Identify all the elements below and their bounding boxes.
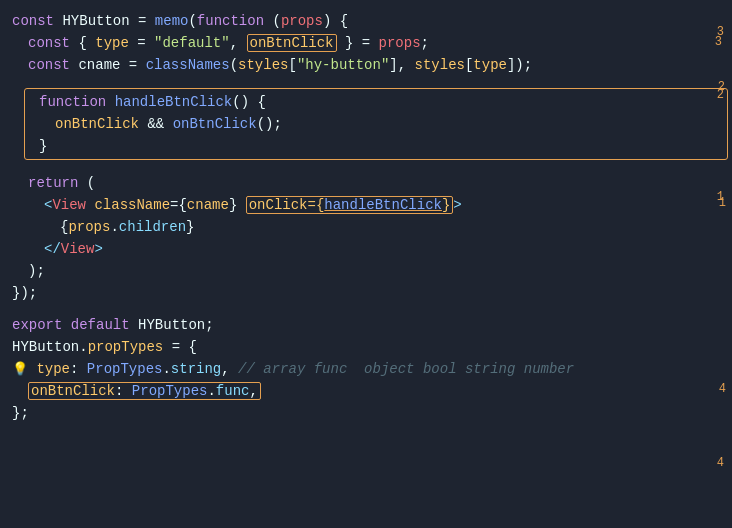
code-line-18: 💡 type: PropTypes.string, // array func … (0, 358, 732, 380)
code-line-12: </View> (0, 238, 732, 260)
code-line-16: export default HYButton; (0, 314, 732, 336)
badge-4-overlay: 4 (717, 456, 724, 470)
code-line-10: <View className={cname} onClick={handleB… (0, 194, 732, 216)
code-line-11: {props.children} (0, 216, 732, 238)
code-line-4 (0, 76, 732, 86)
handle-btn-click-block: 2 function handleBtnClick() { onBtnClick… (24, 88, 728, 160)
code-line-19: onBtnClick: PropTypes.func, 4 (0, 380, 732, 402)
code-line-14: }); (0, 282, 732, 304)
code-line-7: } (27, 135, 725, 157)
code-line-3: const cname = classNames(styles["hy-butt… (0, 54, 732, 76)
code-line-2: const { type = "default", onBtnClick } =… (0, 32, 732, 54)
code-editor: const HYButton = memo(function (props) {… (0, 0, 732, 528)
badge-2-overlay: 2 (717, 88, 724, 102)
code-line-1: const HYButton = memo(function (props) { (0, 10, 732, 32)
badge-4: 4 (719, 382, 726, 396)
code-line-13: ); (0, 260, 732, 282)
code-line-20: }; (0, 402, 732, 424)
badge-3-overlay: 3 (717, 25, 724, 39)
code-line-9: return ( (0, 172, 732, 194)
keyword: const (12, 13, 62, 29)
code-line-17: HYButton.propTypes = { (0, 336, 732, 358)
code-line-8 (0, 162, 732, 172)
code-line-5: function handleBtnClick() { (27, 91, 725, 113)
code-line-15 (0, 304, 732, 314)
badge-1-overlay: 1 (717, 190, 724, 204)
code-line-6: onBtnClick && onBtnClick(); (27, 113, 725, 135)
